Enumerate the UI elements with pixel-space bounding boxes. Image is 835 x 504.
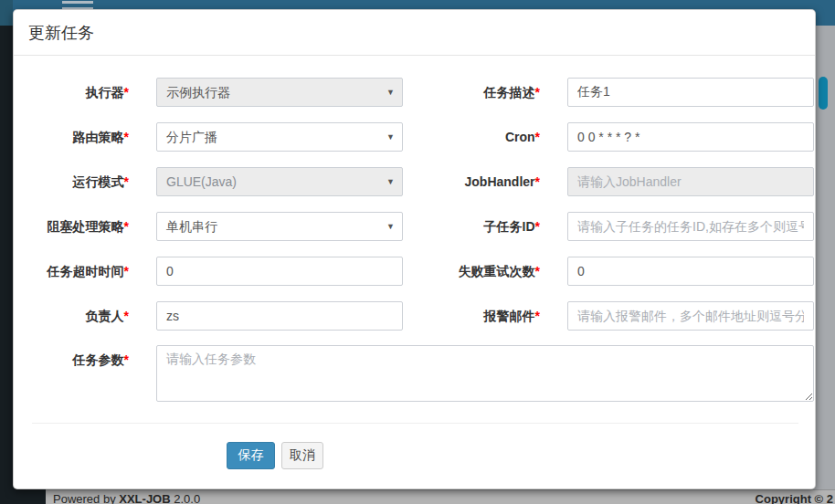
required-asterisk: *: [124, 130, 129, 144]
required-asterisk: *: [535, 85, 540, 100]
form-row: 任务超时时间* 失败重试次数*: [14, 257, 817, 286]
brand-name: XXL-JOB: [119, 492, 170, 504]
cancel-button[interactable]: 取消: [281, 442, 323, 469]
hamburger-bar: [62, 1, 93, 4]
modal-header: 更新任务: [14, 10, 815, 56]
label-executor: 执行器*: [14, 78, 129, 107]
required-asterisk: *: [124, 85, 129, 100]
label-owner: 负责人*: [14, 301, 129, 331]
form-row: 负责人* 报警邮件*: [14, 301, 817, 331]
required-asterisk: *: [535, 130, 540, 144]
required-asterisk: *: [124, 264, 129, 278]
form-row: 运行模式* GLUE(Java) ▼ JobHandler*: [14, 167, 817, 196]
chevron-down-icon: ▼: [386, 213, 395, 240]
chevron-down-icon: ▼: [386, 123, 395, 151]
job-params-textarea[interactable]: [156, 345, 814, 402]
label-glue-type: 运行模式*: [14, 167, 129, 196]
required-asterisk: *: [535, 309, 540, 323]
glue-type-select: GLUE(Java) ▼: [156, 167, 403, 196]
required-asterisk: *: [124, 352, 129, 367]
required-asterisk: *: [124, 219, 129, 234]
label-retry-count: 失败重试次数*: [407, 257, 540, 286]
powered-by-text: Powered by XXL-JOB 2.0.0: [53, 492, 200, 504]
footer-divider: [32, 423, 798, 424]
alarm-email-input[interactable]: [567, 301, 814, 331]
route-strategy-select[interactable]: 分片广播 ▼: [156, 122, 403, 152]
retry-count-input[interactable]: [567, 257, 814, 286]
required-asterisk: *: [535, 219, 540, 234]
form-row: 阻塞处理策略* 单机串行 ▼ 子任务ID*: [14, 212, 817, 241]
label-child-jobid: 子任务ID*: [407, 212, 540, 241]
screen: Powered by XXL-JOB 2.0.0 Copyright © 2 更…: [0, 0, 835, 504]
form-row: 任务参数*: [14, 345, 817, 402]
chevron-down-icon: ▼: [386, 168, 395, 195]
form-row: 路由策略* 分片广播 ▼ Cron*: [14, 122, 817, 152]
block-strategy-select[interactable]: 单机串行 ▼: [156, 212, 403, 241]
chevron-down-icon: ▼: [386, 79, 395, 106]
label-jobhandler: JobHandler*: [407, 167, 540, 196]
copyright-text: Copyright © 2: [756, 492, 833, 504]
label-alarm-email: 报警邮件*: [407, 301, 540, 331]
required-asterisk: *: [535, 264, 540, 278]
required-asterisk: *: [124, 174, 129, 189]
modal-title: 更新任务: [28, 10, 94, 56]
logo-area: [0, 0, 13, 26]
cron-input[interactable]: [567, 122, 814, 152]
label-timeout: 任务超时时间*: [14, 257, 129, 286]
label-job-desc: 任务描述*: [407, 78, 540, 107]
label-route-strategy: 路由策略*: [14, 122, 129, 152]
scrollbar-thumb[interactable]: [819, 77, 828, 110]
label-job-params: 任务参数*: [14, 345, 129, 374]
update-task-modal: 更新任务 执行器* 示例执行器 ▼ 任务描述* 路由策略* 分片广播 ▼ Cro…: [13, 9, 816, 489]
executor-select: 示例执行器 ▼: [156, 78, 403, 107]
child-jobid-input[interactable]: [567, 212, 814, 241]
owner-input[interactable]: [156, 301, 403, 331]
save-button[interactable]: 保存: [227, 442, 275, 469]
label-cron: Cron*: [407, 122, 540, 152]
timeout-input[interactable]: [156, 257, 403, 286]
required-asterisk: *: [535, 174, 540, 189]
required-asterisk: *: [124, 309, 129, 323]
form-row: 执行器* 示例执行器 ▼ 任务描述*: [14, 78, 817, 107]
label-block-strategy: 阻塞处理策略*: [14, 212, 129, 241]
jobhandler-input: [567, 167, 814, 196]
job-desc-input[interactable]: [567, 78, 814, 107]
page-footer: Powered by XXL-JOB 2.0.0 Copyright © 2: [46, 489, 835, 504]
